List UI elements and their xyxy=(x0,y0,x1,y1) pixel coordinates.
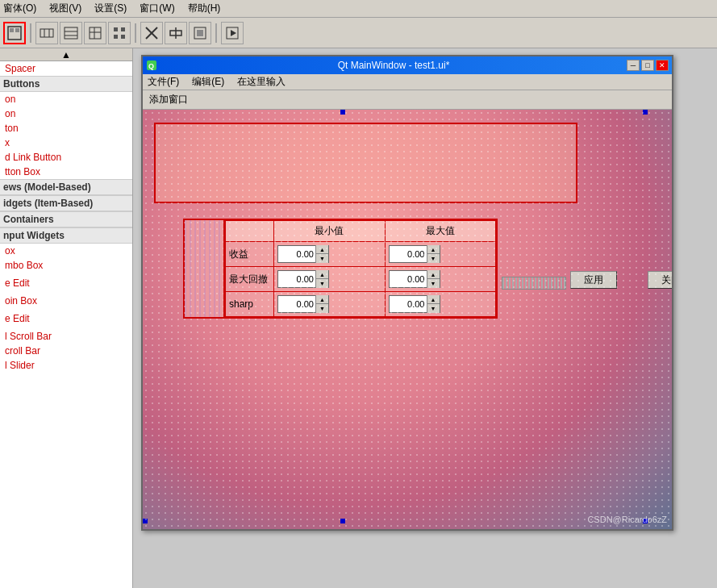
spinbox-row0-min[interactable]: ▲ ▼ xyxy=(277,245,329,263)
qt-menu-edit[interactable]: 编辑(E) xyxy=(190,75,226,89)
qt-inner-menubar: 文件(F) 编辑(E) 在这里输入 xyxy=(143,74,672,90)
form-table: 最小值 最大值 收益 ▲ xyxy=(225,220,496,317)
spinbox-row2-min[interactable]: ▲ ▼ xyxy=(277,295,329,313)
close-button[interactable]: 关闭 xyxy=(648,271,672,289)
sidebar-item-combo[interactable]: mbo Box xyxy=(0,258,132,273)
sidebar-item-slider[interactable]: l Slider xyxy=(0,358,132,373)
layout-v-btn[interactable] xyxy=(60,22,82,44)
sidebar-item-link-btn[interactable]: d Link Button xyxy=(0,150,132,165)
qt-designer-window: Q Qt MainWindow - test1.ui* ─ □ ✕ 文件(F) … xyxy=(141,55,673,531)
form-row-0: 收益 ▲ ▼ xyxy=(226,242,496,267)
menu-view[interactable]: 视图(V) xyxy=(49,2,81,15)
svg-rect-12 xyxy=(114,27,118,31)
sidebar-item-spacer[interactable]: Spacer xyxy=(0,61,132,76)
spinbox-row2-max-down[interactable]: ▼ xyxy=(427,304,440,313)
form-row-2-min-cell: ▲ ▼ xyxy=(274,292,386,317)
spinbox-row1-max-down[interactable]: ▼ xyxy=(427,279,440,288)
menu-settings[interactable]: 设置(S) xyxy=(94,2,127,15)
spinbox-row1-min-up[interactable]: ▲ xyxy=(315,270,328,279)
qt-minimize-btn[interactable]: ─ xyxy=(627,60,640,71)
qt-menu-input[interactable]: 在这里输入 xyxy=(236,75,287,89)
selection-handle-top xyxy=(340,110,345,115)
sidebar-item-vscroll[interactable]: croll Bar xyxy=(0,344,132,358)
sidebar-item-on2[interactable]: on xyxy=(0,106,132,121)
qt-maximize-btn[interactable]: □ xyxy=(641,60,654,71)
svg-rect-14 xyxy=(114,35,118,39)
sidebar-category-input-widgets: nput Widgets xyxy=(0,227,132,244)
top-menubar: 窗体(O) 视图(V) 设置(S) 窗口(W) 帮助(H) xyxy=(0,0,717,18)
spinbox-row2-min-arrows: ▲ ▼ xyxy=(315,295,328,313)
spinbox-row0-max-down[interactable]: ▼ xyxy=(427,254,440,263)
form-col-empty xyxy=(226,221,274,242)
widget-sidebar: ▲ Spacer Buttons on on ton x d Link Butt… xyxy=(0,48,133,588)
form-col-max-header: 最大值 xyxy=(385,221,496,242)
svg-text:Q: Q xyxy=(148,62,154,70)
spinbox-row0-max-arrows: ▲ ▼ xyxy=(427,245,440,263)
preview-btn[interactable] xyxy=(221,22,244,44)
spinbox-row0-max-up[interactable]: ▲ xyxy=(427,245,440,254)
sidebar-item-join-box[interactable]: oin Box xyxy=(0,294,132,308)
design-canvas-area[interactable]: Q Qt MainWindow - test1.ui* ─ □ ✕ 文件(F) … xyxy=(133,48,717,588)
menu-window[interactable]: 窗体(O) xyxy=(3,2,36,15)
select-all-btn[interactable] xyxy=(189,22,211,44)
form-row-1-min-cell: ▲ ▼ xyxy=(274,267,386,292)
sidebar-item-edit2[interactable]: e Edit xyxy=(0,311,132,326)
spinbox-row1-min[interactable]: ▲ ▼ xyxy=(277,270,329,288)
layout-grid-btn[interactable] xyxy=(108,22,131,44)
spinbox-row0-min-down[interactable]: ▼ xyxy=(315,254,328,263)
toolbar-sep-2 xyxy=(135,23,136,43)
widget-tool-btn[interactable] xyxy=(3,22,26,44)
spinbox-row0-max-input[interactable] xyxy=(390,249,427,259)
spinbox-row2-max-input[interactable] xyxy=(390,299,427,309)
form-row-1-max-cell: ▲ ▼ xyxy=(385,267,496,292)
spinbox-row1-max[interactable]: ▲ ▼ xyxy=(389,270,440,288)
slider-widget[interactable] xyxy=(502,277,566,290)
qt-inner-toolbar: 添加窗口 xyxy=(143,90,672,110)
spinbox-row1-max-up[interactable]: ▲ xyxy=(427,270,440,279)
spinbox-row2-max-up[interactable]: ▲ xyxy=(427,295,440,304)
qt-close-btn[interactable]: ✕ xyxy=(656,60,669,71)
sidebar-item-btn-box[interactable]: tton Box xyxy=(0,165,132,179)
spinbox-row2-min-down[interactable]: ▼ xyxy=(315,304,328,313)
spinbox-row1-max-input[interactable] xyxy=(390,274,427,284)
form-row-2: sharp ▲ ▼ xyxy=(226,292,496,317)
sidebar-item-on1[interactable]: on xyxy=(0,92,132,106)
top-widget-rect[interactable] xyxy=(154,123,577,203)
spinbox-row0-max[interactable]: ▲ ▼ xyxy=(389,245,440,263)
watermark: CSDN@Ricardo6zZ xyxy=(587,515,667,524)
selection-handle-bottom-mid xyxy=(340,519,345,523)
selection-handle-left xyxy=(143,519,148,523)
form-row-0-max-cell: ▲ ▼ xyxy=(385,242,496,267)
adjust-btn[interactable] xyxy=(165,22,187,44)
spinbox-row2-min-up[interactable]: ▲ xyxy=(315,295,328,304)
sidebar-item-hscroll[interactable]: l Scroll Bar xyxy=(0,329,132,344)
spinbox-row2-min-input[interactable] xyxy=(278,299,315,309)
svg-rect-3 xyxy=(40,29,53,37)
form-row-1-label: 最大回撤 xyxy=(226,267,274,292)
spinbox-row2-max[interactable]: ▲ ▼ xyxy=(389,295,440,313)
qt-titlebar-buttons: ─ □ ✕ xyxy=(627,60,669,71)
qt-design-canvas[interactable]: 最小值 最大值 收益 ▲ xyxy=(143,110,672,529)
form-row-2-label: sharp xyxy=(226,292,274,317)
sidebar-scroll-up[interactable]: ▲ xyxy=(0,48,132,61)
layout-form-btn[interactable] xyxy=(84,22,106,44)
sidebar-item-edit1[interactable]: e Edit xyxy=(0,276,132,290)
spinbox-row1-min-down[interactable]: ▼ xyxy=(315,279,328,288)
break-layout-btn[interactable] xyxy=(140,22,163,44)
menu-help[interactable]: 帮助(H) xyxy=(188,2,221,15)
menu-window2[interactable]: 窗口(W) xyxy=(140,2,174,15)
layout-h-btn[interactable] xyxy=(35,22,58,44)
sidebar-item-ox[interactable]: ox xyxy=(0,244,132,258)
svg-rect-2 xyxy=(15,28,19,32)
form-panel-widget[interactable]: 最小值 最大值 收益 ▲ xyxy=(183,219,498,319)
sidebar-item-x[interactable]: x xyxy=(0,136,132,150)
sidebar-item-ton[interactable]: ton xyxy=(0,121,132,136)
spinbox-row0-min-input[interactable] xyxy=(278,249,315,259)
sidebar-category-buttons: Buttons xyxy=(0,76,132,92)
qt-menu-file[interactable]: 文件(F) xyxy=(146,75,181,89)
spinbox-row0-min-up[interactable]: ▲ xyxy=(315,245,328,254)
svg-rect-6 xyxy=(65,27,77,39)
apply-button[interactable]: 应用 xyxy=(570,271,617,289)
spinbox-row1-min-input[interactable] xyxy=(278,274,315,284)
spinbox-row2-max-arrows: ▲ ▼ xyxy=(427,295,440,313)
